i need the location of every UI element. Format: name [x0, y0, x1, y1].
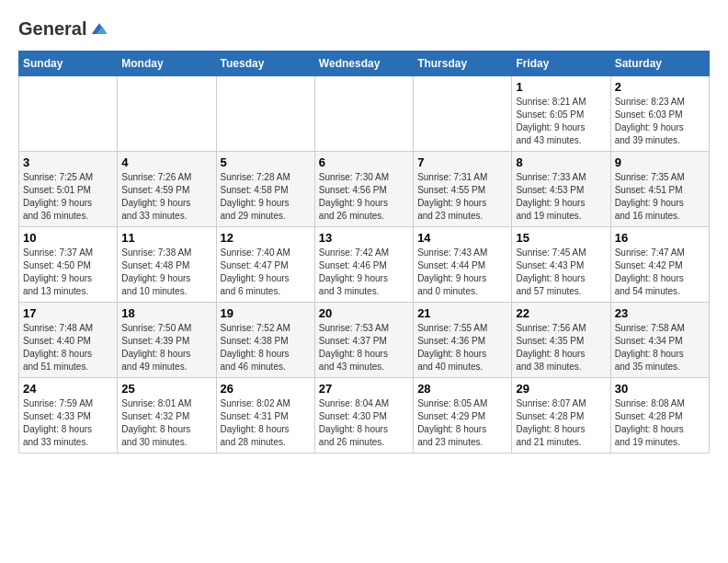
calendar-cell: 10Sunrise: 7:37 AM Sunset: 4:50 PM Dayli… [19, 227, 118, 303]
day-info: Sunrise: 7:40 AM Sunset: 4:47 PM Dayligh… [221, 247, 311, 298]
day-info: Sunrise: 8:04 AM Sunset: 4:30 PM Dayligh… [319, 397, 409, 449]
day-info: Sunrise: 7:56 AM Sunset: 4:35 PM Dayligh… [516, 322, 606, 373]
day-info: Sunrise: 8:01 AM Sunset: 4:32 PM Dayligh… [121, 397, 211, 449]
day-number: 10 [23, 231, 113, 245]
calendar-cell: 16Sunrise: 7:47 AM Sunset: 4:42 PM Dayli… [610, 227, 709, 303]
calendar-cell [118, 76, 216, 152]
day-number: 5 [221, 155, 311, 169]
day-number: 9 [615, 155, 705, 169]
day-info: Sunrise: 7:37 AM Sunset: 4:50 PM Dayligh… [23, 247, 113, 298]
day-info: Sunrise: 8:23 AM Sunset: 6:03 PM Dayligh… [615, 96, 705, 147]
day-number: 18 [121, 306, 211, 320]
calendar-cell: 13Sunrise: 7:42 AM Sunset: 4:46 PM Dayli… [314, 227, 413, 303]
calendar-cell: 7Sunrise: 7:31 AM Sunset: 4:55 PM Daylig… [414, 152, 512, 227]
day-info: Sunrise: 7:47 AM Sunset: 4:42 PM Dayligh… [615, 247, 705, 298]
calendar-cell: 5Sunrise: 7:28 AM Sunset: 4:58 PM Daylig… [216, 152, 314, 227]
calendar-header-wednesday: Wednesday [314, 52, 413, 76]
day-number: 6 [319, 155, 409, 169]
day-info: Sunrise: 7:26 AM Sunset: 4:59 PM Dayligh… [121, 171, 211, 223]
calendar-cell: 24Sunrise: 7:59 AM Sunset: 4:33 PM Dayli… [19, 378, 118, 454]
day-number: 13 [319, 231, 409, 245]
day-number: 22 [516, 306, 606, 320]
day-number: 15 [516, 231, 606, 245]
day-info: Sunrise: 7:50 AM Sunset: 4:39 PM Dayligh… [121, 322, 211, 373]
day-info: Sunrise: 7:25 AM Sunset: 5:01 PM Dayligh… [23, 171, 113, 223]
calendar-header-saturday: Saturday [610, 52, 709, 76]
day-number: 7 [417, 155, 507, 169]
day-number: 26 [221, 382, 311, 396]
page-header: General [18, 18, 710, 36]
day-number: 14 [417, 231, 507, 245]
calendar-week-row: 10Sunrise: 7:37 AM Sunset: 4:50 PM Dayli… [19, 227, 710, 303]
day-number: 17 [23, 306, 113, 320]
calendar-cell: 29Sunrise: 8:07 AM Sunset: 4:28 PM Dayli… [512, 378, 610, 454]
calendar-header-thursday: Thursday [414, 52, 512, 76]
day-info: Sunrise: 8:08 AM Sunset: 4:28 PM Dayligh… [615, 397, 705, 449]
day-info: Sunrise: 7:52 AM Sunset: 4:38 PM Dayligh… [221, 322, 311, 373]
day-number: 29 [516, 382, 606, 396]
logo-icon [90, 20, 108, 39]
day-info: Sunrise: 7:48 AM Sunset: 4:40 PM Dayligh… [23, 322, 113, 373]
day-number: 21 [417, 306, 507, 320]
calendar-cell: 2Sunrise: 8:23 AM Sunset: 6:03 PM Daylig… [610, 76, 709, 152]
calendar-header-friday: Friday [512, 52, 610, 76]
calendar-week-row: 17Sunrise: 7:48 AM Sunset: 4:40 PM Dayli… [19, 303, 710, 378]
calendar-cell: 12Sunrise: 7:40 AM Sunset: 4:47 PM Dayli… [216, 227, 314, 303]
day-info: Sunrise: 7:30 AM Sunset: 4:56 PM Dayligh… [319, 171, 409, 223]
day-info: Sunrise: 7:38 AM Sunset: 4:48 PM Dayligh… [121, 247, 211, 298]
day-info: Sunrise: 7:55 AM Sunset: 4:36 PM Dayligh… [417, 322, 507, 373]
calendar-header-sunday: Sunday [19, 52, 118, 76]
day-number: 11 [121, 231, 211, 245]
day-number: 23 [615, 306, 705, 320]
day-number: 4 [121, 155, 211, 169]
calendar-cell [216, 76, 314, 152]
day-info: Sunrise: 8:05 AM Sunset: 4:29 PM Dayligh… [417, 397, 507, 449]
day-info: Sunrise: 8:02 AM Sunset: 4:31 PM Dayligh… [221, 397, 311, 449]
calendar-cell: 9Sunrise: 7:35 AM Sunset: 4:51 PM Daylig… [610, 152, 709, 227]
day-number: 27 [319, 382, 409, 396]
day-info: Sunrise: 7:58 AM Sunset: 4:34 PM Dayligh… [615, 322, 705, 373]
day-number: 16 [615, 231, 705, 245]
day-info: Sunrise: 7:59 AM Sunset: 4:33 PM Dayligh… [23, 397, 113, 449]
day-number: 25 [121, 382, 211, 396]
calendar-header-monday: Monday [118, 52, 216, 76]
day-number: 1 [516, 80, 606, 94]
day-number: 8 [516, 155, 606, 169]
day-number: 24 [23, 382, 113, 396]
calendar-cell: 15Sunrise: 7:45 AM Sunset: 4:43 PM Dayli… [512, 227, 610, 303]
calendar-cell: 18Sunrise: 7:50 AM Sunset: 4:39 PM Dayli… [118, 303, 216, 378]
calendar-cell: 20Sunrise: 7:53 AM Sunset: 4:37 PM Dayli… [314, 303, 413, 378]
calendar-cell: 30Sunrise: 8:08 AM Sunset: 4:28 PM Dayli… [610, 378, 709, 454]
calendar-cell [414, 76, 512, 152]
day-number: 2 [615, 80, 705, 94]
calendar-cell: 22Sunrise: 7:56 AM Sunset: 4:35 PM Dayli… [512, 303, 610, 378]
calendar-cell: 11Sunrise: 7:38 AM Sunset: 4:48 PM Dayli… [118, 227, 216, 303]
calendar-cell: 8Sunrise: 7:33 AM Sunset: 4:53 PM Daylig… [512, 152, 610, 227]
day-info: Sunrise: 8:21 AM Sunset: 6:05 PM Dayligh… [516, 96, 606, 147]
day-info: Sunrise: 8:07 AM Sunset: 4:28 PM Dayligh… [516, 397, 606, 449]
day-info: Sunrise: 7:43 AM Sunset: 4:44 PM Dayligh… [417, 247, 507, 298]
calendar: SundayMondayTuesdayWednesdayThursdayFrid… [18, 51, 710, 454]
calendar-cell [19, 76, 118, 152]
calendar-cell: 27Sunrise: 8:04 AM Sunset: 4:30 PM Dayli… [314, 378, 413, 454]
day-info: Sunrise: 7:33 AM Sunset: 4:53 PM Dayligh… [516, 171, 606, 223]
day-number: 19 [221, 306, 311, 320]
calendar-week-row: 3Sunrise: 7:25 AM Sunset: 5:01 PM Daylig… [19, 152, 710, 227]
calendar-week-row: 24Sunrise: 7:59 AM Sunset: 4:33 PM Dayli… [19, 378, 710, 454]
day-number: 20 [319, 306, 409, 320]
calendar-cell: 1Sunrise: 8:21 AM Sunset: 6:05 PM Daylig… [512, 76, 610, 152]
calendar-cell: 6Sunrise: 7:30 AM Sunset: 4:56 PM Daylig… [314, 152, 413, 227]
day-info: Sunrise: 7:45 AM Sunset: 4:43 PM Dayligh… [516, 247, 606, 298]
day-info: Sunrise: 7:42 AM Sunset: 4:46 PM Dayligh… [319, 247, 409, 298]
calendar-cell: 19Sunrise: 7:52 AM Sunset: 4:38 PM Dayli… [216, 303, 314, 378]
calendar-cell: 28Sunrise: 8:05 AM Sunset: 4:29 PM Dayli… [414, 378, 512, 454]
day-info: Sunrise: 7:28 AM Sunset: 4:58 PM Dayligh… [221, 171, 311, 223]
calendar-header-row: SundayMondayTuesdayWednesdayThursdayFrid… [19, 52, 710, 76]
calendar-cell: 14Sunrise: 7:43 AM Sunset: 4:44 PM Dayli… [414, 227, 512, 303]
logo-general: General [18, 18, 86, 40]
calendar-cell: 26Sunrise: 8:02 AM Sunset: 4:31 PM Dayli… [216, 378, 314, 454]
calendar-cell: 4Sunrise: 7:26 AM Sunset: 4:59 PM Daylig… [118, 152, 216, 227]
day-info: Sunrise: 7:35 AM Sunset: 4:51 PM Dayligh… [615, 171, 705, 223]
calendar-cell: 17Sunrise: 7:48 AM Sunset: 4:40 PM Dayli… [19, 303, 118, 378]
calendar-week-row: 1Sunrise: 8:21 AM Sunset: 6:05 PM Daylig… [19, 76, 710, 152]
